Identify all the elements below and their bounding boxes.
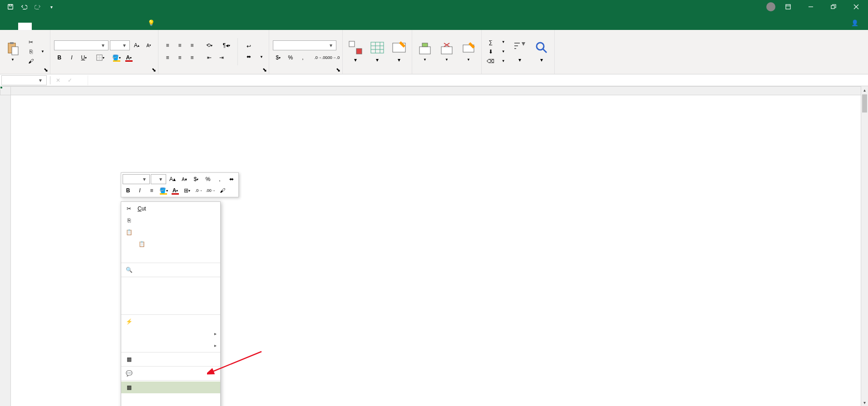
font-dialog-launcher[interactable]: ⬊ — [151, 67, 157, 73]
mini-align-button[interactable]: ≡ — [146, 186, 157, 196]
context-pick-from-list[interactable] — [121, 393, 220, 405]
decrease-font-button[interactable]: A▾ — [143, 40, 154, 50]
align-center-button[interactable]: ≡ — [174, 53, 185, 63]
maximize-button[interactable] — [824, 0, 843, 14]
context-cut[interactable]: ✂Cut — [121, 203, 220, 215]
undo-button[interactable] — [18, 1, 30, 13]
mini-font-size-combo[interactable]: ▾ — [151, 174, 166, 184]
mini-increase-font-button[interactable]: A▴ — [167, 174, 178, 184]
mini-font-name-combo[interactable]: ▾ — [123, 174, 150, 184]
context-copy[interactable]: ⎘ — [121, 215, 220, 226]
mini-increase-decimal-button[interactable]: .0→ — [193, 186, 204, 196]
bold-button[interactable]: B — [54, 53, 65, 63]
context-filter[interactable]: ▸ — [121, 328, 220, 339]
context-delete[interactable] — [121, 290, 220, 302]
mini-accounting-button[interactable]: $▾ — [191, 174, 202, 184]
save-button[interactable] — [5, 1, 16, 13]
italic-button[interactable]: I — [66, 53, 77, 63]
clear-button[interactable]: ⌫▼ — [485, 57, 507, 65]
qat-customize-button[interactable]: ▾ — [45, 1, 57, 13]
mini-borders-button[interactable]: ⊞▾ — [182, 186, 192, 196]
number-dialog-launcher[interactable]: ⬊ — [335, 67, 341, 73]
font-name-combo[interactable]: ▾ — [54, 40, 108, 50]
conditional-formatting-button[interactable]: ▾ — [345, 39, 365, 64]
redo-button[interactable] — [32, 1, 44, 13]
context-format-cells[interactable]: ▦ — [121, 382, 220, 393]
minimize-button[interactable] — [801, 0, 821, 14]
context-get-data[interactable]: ▦ — [121, 353, 220, 365]
orientation-button[interactable]: ⟲▾ — [204, 40, 215, 50]
context-insert[interactable] — [121, 278, 220, 290]
mini-format-painter-button[interactable]: 🖌 — [217, 186, 228, 196]
underline-button[interactable]: U▾ — [79, 53, 89, 63]
insert-function-button[interactable] — [76, 75, 88, 85]
align-right-button[interactable]: ≡ — [187, 53, 197, 63]
tab-home[interactable] — [18, 23, 32, 30]
context-clear-contents[interactable] — [121, 302, 220, 313]
align-left-button[interactable]: ≡ — [162, 53, 173, 63]
mini-font-color-button[interactable]: A▾ — [170, 186, 181, 196]
mini-decrease-font-button[interactable]: A▾ — [179, 174, 190, 184]
increase-decimal-button[interactable]: .0→.00 — [316, 53, 326, 63]
percent-format-button[interactable]: % — [285, 53, 296, 63]
increase-indent-button[interactable]: ⇥ — [216, 53, 227, 63]
cell-styles-button[interactable]: ▾ — [389, 39, 409, 64]
context-sort[interactable]: ▸ — [121, 339, 220, 351]
scroll-up-button[interactable]: ▴ — [861, 86, 868, 93]
fill-handle[interactable] — [0, 86, 3, 89]
clipboard-dialog-launcher[interactable]: ⬊ — [43, 67, 49, 73]
alignment-dialog-launcher[interactable]: ⬊ — [261, 67, 268, 73]
paste-button[interactable]: ▼ — [3, 40, 23, 63]
tell-me-search[interactable]: 💡 — [141, 16, 164, 30]
scroll-down-button[interactable]: ▾ — [861, 399, 868, 406]
mini-decrease-decimal-button[interactable]: .00→ — [205, 186, 216, 196]
context-paste-special[interactable] — [121, 250, 220, 262]
mini-italic-button[interactable]: I — [134, 186, 145, 196]
increase-font-button[interactable]: A▴ — [131, 40, 142, 50]
mini-percent-button[interactable]: % — [202, 174, 213, 184]
comma-format-button[interactable]: , — [297, 53, 308, 63]
ribbon-options-button[interactable] — [778, 0, 798, 14]
tab-help[interactable] — [113, 23, 127, 30]
close-button[interactable] — [846, 0, 866, 14]
name-box[interactable]: ▾ — [1, 75, 47, 85]
mini-bold-button[interactable]: B — [123, 186, 133, 196]
mini-comma-button[interactable]: , — [214, 174, 225, 184]
context-smart-lookup[interactable]: 🔍 — [121, 264, 220, 276]
tab-view[interactable] — [100, 23, 113, 30]
tab-page-layout[interactable] — [45, 23, 59, 30]
enter-formula-button[interactable]: ✓ — [64, 75, 76, 85]
tab-insert[interactable] — [32, 23, 45, 30]
scroll-thumb[interactable] — [862, 94, 867, 113]
format-cells-button[interactable]: ▼ — [459, 40, 478, 63]
copy-button[interactable]: ⎘▼ — [25, 48, 46, 56]
decrease-indent-button[interactable]: ⇤ — [204, 53, 215, 63]
tab-foxit-pdf[interactable] — [127, 23, 141, 30]
wrap-text-button[interactable]: ↩ — [243, 42, 265, 50]
context-insert-comment[interactable]: 💬 — [121, 367, 220, 379]
tab-data[interactable] — [73, 23, 86, 30]
context-paste-keep-text[interactable]: 📋 — [121, 238, 220, 250]
font-color-button[interactable]: A▾ — [123, 53, 134, 63]
insert-cells-button[interactable]: ▼ — [415, 40, 435, 63]
fill-button[interactable]: ⬇▼ — [485, 48, 507, 56]
format-as-table-button[interactable]: ▾ — [367, 39, 387, 64]
tab-formulas[interactable] — [59, 23, 73, 30]
number-format-combo[interactable]: ▾ — [273, 40, 336, 50]
font-size-combo[interactable]: ▾ — [110, 40, 130, 50]
mini-fill-color-button[interactable]: 🪣▾ — [158, 186, 169, 196]
mini-merge-button[interactable]: ⬌ — [226, 174, 237, 184]
share-button[interactable]: 👤 — [844, 16, 868, 30]
formula-input[interactable] — [88, 75, 868, 85]
vertical-scrollbar[interactable]: ▴ ▾ — [861, 86, 868, 406]
decrease-decimal-button[interactable]: .00→.0 — [328, 53, 339, 63]
align-bottom-button[interactable]: ≡ — [187, 40, 197, 50]
accounting-format-button[interactable]: $▾ — [273, 53, 284, 63]
user-avatar[interactable] — [766, 2, 775, 11]
sort-filter-button[interactable]: ▾ — [510, 39, 530, 64]
format-painter-button[interactable]: 🖌 — [25, 57, 46, 65]
cancel-formula-button[interactable]: ✕ — [52, 75, 64, 85]
align-top-button[interactable]: ≡ — [162, 40, 173, 50]
align-middle-button[interactable]: ≡ — [174, 40, 185, 50]
cut-button[interactable]: ✂ — [25, 38, 46, 46]
